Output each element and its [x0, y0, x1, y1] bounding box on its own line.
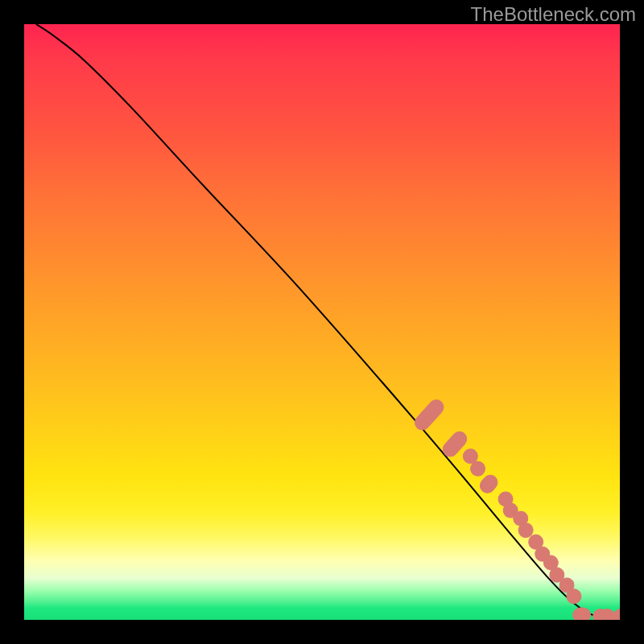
chart-svg-layer — [24, 24, 620, 620]
chart-dash-segment — [573, 608, 591, 620]
chart-dash-group — [412, 397, 620, 620]
chart-dash-segment — [601, 609, 615, 620]
watermark-label: TheBottleneck.com — [471, 3, 636, 26]
chart-plot-area — [24, 24, 620, 620]
chart-dash-segment — [412, 397, 447, 433]
chart-dash-segment — [613, 609, 620, 620]
